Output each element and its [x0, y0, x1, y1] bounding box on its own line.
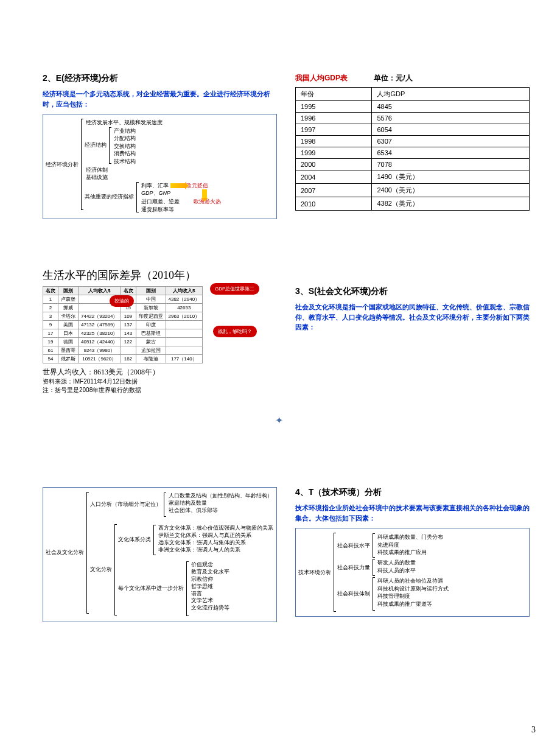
star-icon: ✦: [275, 415, 283, 426]
slide3-notes: 世界人均收入：8613美元（2008年） 资料来源：IMF2011年4月12日数…: [43, 367, 277, 395]
gdp-title: 我国人均GDP表 单位：元/人: [295, 73, 530, 83]
slide4-desc: 社会及文化环境是指一个国家或地区的民族特征、文化传统、价值观念、宗教信仰、教育水…: [295, 302, 530, 332]
slide1-tree: 经济环境分析 经济发展水平、规模和发展速度 经济结构 产业结构 分配结构 交换结…: [43, 114, 277, 219]
callout-bubble: 挖油的: [110, 295, 134, 307]
slide-intl-comparison: 生活水平的国际差异（2010年） 名次国别人均收入$名次国别人均收入$ 1卢森堡…: [43, 268, 277, 475]
slide-social-tree: 社会及文化分析 人口分析（市场细分与定位） 人口数量及结构（如性别结构、年龄结构…: [43, 487, 277, 706]
callout-bubble: GDP总值世界第二: [210, 283, 259, 295]
table-row: 19976054: [296, 124, 530, 136]
slide4-title: 3、S(社会文化环境)分析: [295, 286, 530, 297]
table-row: 20007078: [296, 159, 530, 170]
slide3-title: 生活水平的国际差异（2010年）: [43, 268, 277, 282]
arrow-right-icon: [170, 183, 185, 188]
table-row: 19965576: [296, 113, 530, 124]
table-row: 20041490（美元）: [296, 170, 530, 184]
slide-tech-env: 4、T（技术环境）分析 技术环境指企业所处社会环境中的技术要素与该要素直接相关的…: [295, 487, 530, 706]
table-row: 20104382（美元）: [296, 197, 530, 211]
tree-root: 经济环境分析: [46, 119, 81, 210]
table-row: 年份人均GDP: [296, 88, 530, 101]
gdp-table: 年份人均GDP 19954845 19965576 19976054 19986…: [295, 87, 530, 211]
slide1-title: 2、E(经济环境)分析: [43, 73, 277, 84]
table-row: 20072400（美元）: [296, 184, 530, 197]
table-row: 19986307: [296, 136, 530, 147]
callout-bubble: 战乱，够吃吗？: [213, 326, 257, 337]
table-row: 19996534: [296, 147, 530, 159]
slide-social-culture: 3、S(社会文化环境)分析 社会及文化环境是指一个国家或地区的民族特征、文化传统…: [295, 268, 530, 475]
arrow-down-icon: [202, 189, 207, 198]
slide6-title: 4、T（技术环境）分析: [295, 487, 530, 498]
slide6-desc: 技术环境指企业所处社会环境中的技术要素与该要素直接相关的各种社会现象的集合。大体…: [295, 503, 530, 523]
slide-gdp-table: 我国人均GDP表 单位：元/人 年份人均GDP 19954845 1996557…: [295, 73, 530, 256]
page-number: 3: [531, 725, 536, 735]
table-row: 19954845: [296, 101, 530, 113]
slide-economic-analysis: 2、E(经济环境)分析 经济环境是一个多元动态系统，对企业经营最为重要。企业进行…: [43, 73, 277, 256]
slide1-desc: 经济环境是一个多元动态系统，对企业经营最为重要。企业进行经济环境分析时，应当包括…: [43, 89, 277, 109]
